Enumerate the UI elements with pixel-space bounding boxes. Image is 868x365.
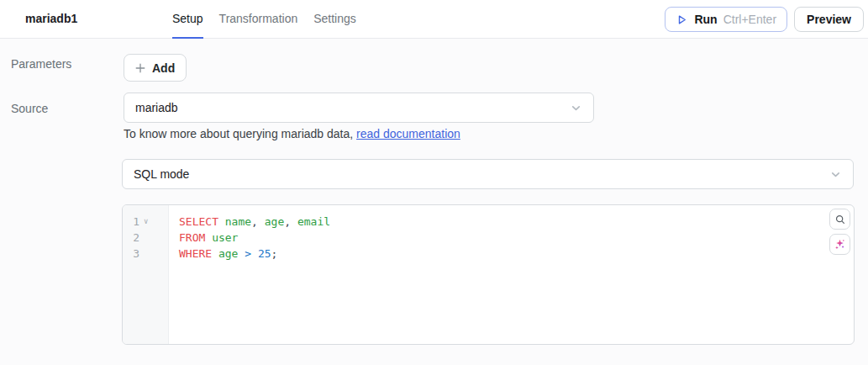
chevron-down-icon (570, 102, 582, 114)
code-token: ; (271, 247, 278, 260)
header-actions: Run Ctrl+Enter Preview (665, 7, 864, 32)
mode-select-value: SQL mode (134, 167, 189, 181)
tab-setup[interactable]: Setup (172, 0, 203, 39)
source-helper-text: To know more about querying mariadb data… (124, 127, 460, 140)
search-icon (834, 214, 846, 225)
run-button-label: Run (694, 13, 717, 26)
source-label: Source (11, 102, 48, 115)
code-token: SELECT (179, 215, 218, 228)
source-select[interactable]: mariadb (124, 93, 594, 123)
gutter-row: 3 (123, 246, 168, 262)
parameters-label: Parameters (11, 57, 71, 71)
code-token: FROM (179, 231, 205, 244)
play-icon (676, 13, 688, 26)
code-token: age (265, 215, 284, 228)
line-number: 1 (128, 214, 139, 230)
fold-chevron-icon[interactable]: ∨ (144, 218, 148, 225)
code-token: 25 (258, 247, 271, 260)
editor-actions (829, 209, 850, 255)
code-line: FROM user (179, 230, 854, 246)
read-documentation-link[interactable]: read documentation (356, 127, 460, 140)
gutter-row: 1∨ (123, 214, 168, 230)
helper-text: To know more about querying mariadb data… (124, 127, 353, 140)
header: mariadb1 Setup Transformation Settings R… (0, 0, 868, 39)
preview-button[interactable]: Preview (794, 7, 864, 32)
tab-transformation[interactable]: Transformation (219, 0, 298, 39)
run-shortcut: Ctrl+Enter (723, 13, 776, 26)
plus-icon (135, 63, 145, 73)
tab-bar: Setup Transformation Settings (172, 0, 356, 39)
query-title: mariadb1 (25, 0, 77, 38)
editor-code-area[interactable]: SELECT name, age, emailFROM userWHERE ag… (169, 205, 854, 344)
ai-sparkle-icon (834, 238, 846, 251)
code-token (218, 215, 225, 228)
code-token: > (245, 247, 251, 260)
query-mode-select[interactable]: SQL mode (122, 159, 854, 189)
code-token: age (218, 247, 238, 260)
code-token (205, 231, 212, 244)
code-token: , (251, 215, 265, 228)
editor-gutter: 1∨23 (123, 205, 169, 344)
code-token (212, 247, 218, 260)
tab-settings[interactable]: Settings (313, 0, 356, 39)
add-parameter-button[interactable]: Add (124, 54, 187, 82)
code-token: email (297, 215, 330, 228)
chevron-down-icon (829, 168, 842, 181)
source-select-value: mariadb (135, 101, 178, 114)
code-token: , (284, 215, 297, 228)
code-token: user (212, 231, 238, 244)
line-number: 2 (128, 230, 139, 246)
editor-ai-button[interactable] (829, 234, 850, 255)
run-button[interactable]: Run Ctrl+Enter (665, 7, 787, 32)
gutter-row: 2 (123, 230, 168, 246)
sql-editor[interactable]: 1∨23 SELECT name, age, emailFROM userWHE… (122, 204, 855, 345)
line-number: 3 (128, 246, 139, 262)
code-token (251, 247, 258, 260)
code-token: WHERE (179, 247, 212, 260)
code-token: name (225, 215, 251, 228)
code-line: SELECT name, age, email (179, 214, 854, 230)
add-button-label: Add (152, 61, 175, 75)
editor-search-button[interactable] (829, 209, 850, 230)
code-line: WHERE age > 25; (179, 246, 854, 262)
